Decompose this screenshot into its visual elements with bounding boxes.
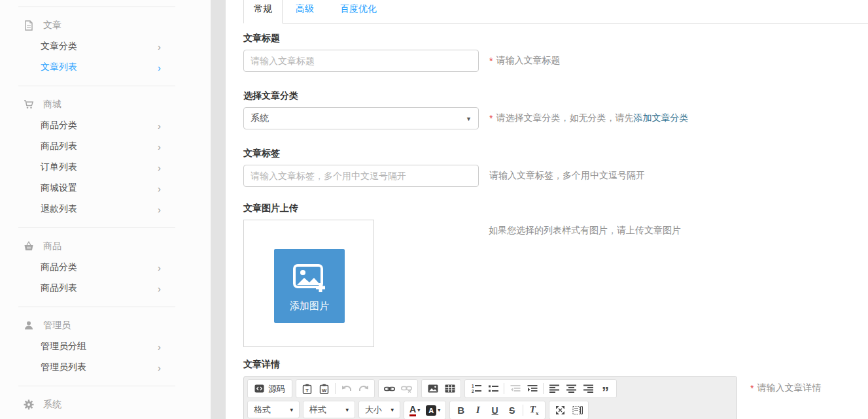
svg-text:T: T <box>305 387 309 393</box>
maximize-icon <box>555 405 565 415</box>
sidebar-section-system: 系统 基本信息 › <box>18 386 175 419</box>
tab-general[interactable]: 常规 <box>243 0 283 24</box>
sidebar-item-label: 订单列表 <box>41 161 77 173</box>
maximize-button[interactable] <box>552 402 568 418</box>
decrease-indent-button[interactable] <box>507 380 523 397</box>
field-label: 文章图片上传 <box>243 203 868 214</box>
size-combo[interactable]: 大小 ▾ <box>358 401 400 418</box>
source-code-button[interactable]: 源码 <box>251 380 289 397</box>
sidebar-header-product: 商品 <box>18 236 175 257</box>
field-label: 文章标签 <box>243 148 868 159</box>
sidebar-item-admin-list[interactable]: 管理员列表 › <box>18 357 175 378</box>
sidebar-item-product-list[interactable]: 商品列表 › <box>18 278 175 299</box>
sidebar-item-label: 商品分类 <box>41 120 77 131</box>
cart-icon <box>24 99 34 110</box>
sidebar-item-admin-group[interactable]: 管理员分组 › <box>18 336 175 357</box>
align-right-icon <box>583 384 593 393</box>
sidebar-item-article-category[interactable]: 文章分类 › <box>18 36 175 57</box>
align-right-button[interactable] <box>580 380 597 397</box>
sidebar-header-label: 文章 <box>43 20 61 31</box>
caret-down-icon: ▾ <box>391 407 394 413</box>
editor-toolbar-row-2: 格式 ▾ 样式 ▾ 大小 ▾ A ▾ <box>247 401 733 419</box>
article-category-select[interactable]: 系统 ▼ <box>243 107 479 129</box>
insert-image-icon <box>428 384 438 393</box>
svg-text:2: 2 <box>472 389 474 394</box>
chevron-right-icon: › <box>158 63 175 73</box>
add-image-button[interactable]: 添加图片 <box>274 249 345 323</box>
required-star: * <box>489 113 493 124</box>
sidebar-item-label: 文章列表 <box>41 61 77 73</box>
add-image-icon <box>292 263 326 293</box>
align-left-button[interactable] <box>546 380 563 397</box>
insert-table-button[interactable] <box>442 380 458 397</box>
source-code-label: 源码 <box>268 383 285 395</box>
hint-text: 请选择文章分类，如无分类，请先 <box>496 112 633 124</box>
underline-button[interactable]: U <box>487 402 503 418</box>
bg-color-icon: A <box>426 405 436 416</box>
bg-color-button[interactable]: A ▾ <box>423 402 443 418</box>
align-center-button[interactable] <box>563 380 580 397</box>
undo-icon <box>341 384 352 394</box>
caret-down-icon: ▾ <box>290 407 293 413</box>
align-left-icon <box>549 384 559 393</box>
increase-indent-button[interactable] <box>524 380 540 397</box>
chevron-right-icon: › <box>158 363 175 373</box>
link-button[interactable] <box>381 380 398 397</box>
sidebar-item-product-category[interactable]: 商品分类 › <box>18 257 175 278</box>
sidebar-item-basic-info[interactable]: 基本信息 › <box>18 415 175 419</box>
sidebar-item-label: 商城设置 <box>41 182 77 194</box>
tab-baidu-seo[interactable]: 百度优化 <box>327 0 390 23</box>
toolbar-separator <box>504 383 504 394</box>
field-hint: 请输入文章标签，多个用中文逗号隔开 <box>489 170 645 182</box>
sidebar-item-label: 管理员分组 <box>41 341 86 352</box>
chevron-right-icon: › <box>158 42 175 52</box>
text-color-button[interactable]: A ▾ <box>407 402 423 418</box>
caret-down-icon: ▾ <box>417 407 420 413</box>
show-blocks-button[interactable] <box>569 402 585 418</box>
select-value: 系统 <box>251 112 269 124</box>
panel-gutter <box>211 0 226 419</box>
numbered-list-icon: 12 <box>471 384 481 394</box>
sidebar-section-mall: 商城 商品分类 › 商品列表 › 订单列表 › 商城设置 › 退款列表 › <box>18 86 175 227</box>
image-upload-dropzone[interactable]: 添加图片 <box>243 220 374 347</box>
tab-advanced[interactable]: 高级 <box>283 0 327 23</box>
sidebar-header-mall: 商城 <box>18 94 175 115</box>
sidebar-item-refund-list[interactable]: 退款列表 › <box>18 199 175 220</box>
insert-image-button[interactable] <box>425 380 441 397</box>
bold-button[interactable]: B <box>453 402 469 418</box>
increase-indent-icon <box>527 384 538 394</box>
article-title-input[interactable] <box>243 50 479 72</box>
styles-combo[interactable]: 样式 ▾ <box>303 401 355 418</box>
bulleted-list-button[interactable] <box>485 380 501 397</box>
sidebar-item-goods-category[interactable]: 商品分类 › <box>18 115 175 136</box>
numbered-list-button[interactable]: 12 <box>468 380 484 397</box>
strikethrough-button[interactable]: S <box>504 402 520 418</box>
chevron-right-icon: › <box>158 121 175 131</box>
field-article-detail: 文章详情 源码 T W <box>243 359 868 419</box>
field-label: 文章标题 <box>243 33 868 44</box>
sidebar-item-mall-settings[interactable]: 商城设置 › <box>18 178 175 199</box>
format-combo[interactable]: 格式 ▾ <box>247 401 300 418</box>
chevron-right-icon: › <box>158 163 175 173</box>
remove-format-button[interactable]: Tx <box>526 402 542 418</box>
field-article-title: 文章标题 * 请输入文章标题 <box>243 33 868 72</box>
sidebar-item-order-list[interactable]: 订单列表 › <box>18 157 175 178</box>
sidebar-section-product: 商品 商品分类 › 商品列表 › <box>18 228 175 307</box>
article-tags-input[interactable] <box>243 165 479 187</box>
undo-button[interactable] <box>338 380 355 397</box>
field-hint: 如果您选择的列表样式有图片，请上传文章图片 <box>489 225 681 237</box>
add-article-category-link[interactable]: 添加文章分类 <box>633 112 688 124</box>
sidebar-item-goods-list[interactable]: 商品列表 › <box>18 136 175 157</box>
paste-text-button[interactable]: T <box>299 380 315 397</box>
blockquote-button[interactable]: ” <box>597 380 614 397</box>
field-article-category: 选择文章分类 系统 ▼ * 请选择文章分类，如无分类，请先 添加文章分类 <box>243 90 868 129</box>
italic-button[interactable]: I <box>470 402 486 418</box>
unlink-button[interactable] <box>398 380 415 397</box>
add-image-label: 添加图片 <box>290 300 329 312</box>
redo-button[interactable] <box>355 380 372 397</box>
select-arrow-icon: ▼ <box>466 116 472 122</box>
sidebar-section-article: 文章 文章分类 › 文章列表 › <box>18 7 175 86</box>
caret-down-icon: ▾ <box>345 407 349 413</box>
sidebar-item-article-list[interactable]: 文章列表 › <box>18 57 175 78</box>
paste-word-button[interactable]: W <box>316 380 332 397</box>
